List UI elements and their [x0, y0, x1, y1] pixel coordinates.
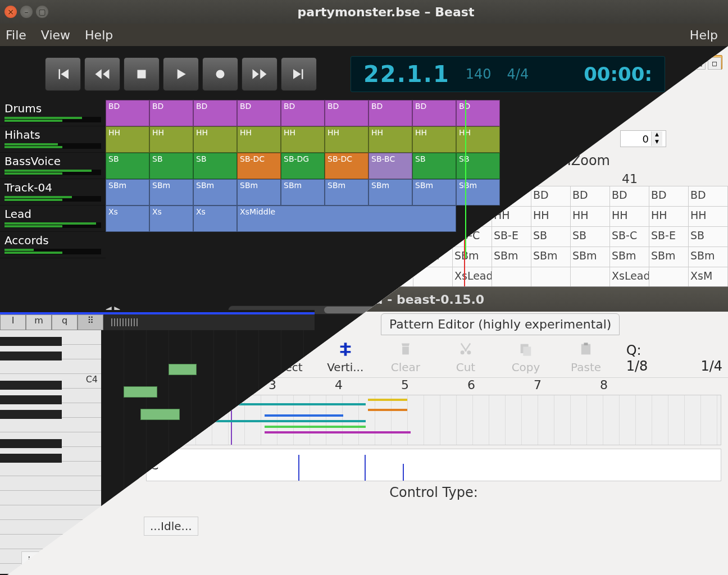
clip[interactable]: SBm	[325, 179, 368, 206]
clip[interactable]: BD	[106, 100, 149, 126]
rewind-button[interactable]	[84, 57, 120, 91]
clip[interactable]: Xs	[106, 206, 149, 232]
light-clip-cell[interactable]: XsLead2	[453, 267, 492, 287]
light-clip-cell[interactable]: SBm	[492, 247, 531, 267]
skip-end-button[interactable]	[281, 57, 317, 91]
light-clip-cell[interactable]: SB	[531, 227, 571, 247]
chord-note[interactable]	[368, 399, 407, 401]
clip[interactable]: HH	[325, 126, 368, 153]
clip[interactable]: SB	[193, 153, 237, 179]
window-maximize-button[interactable]: ▢	[36, 6, 48, 18]
track-label[interactable]: BassVoice	[0, 153, 106, 179]
clip[interactable]: SB-DG	[281, 153, 325, 179]
light-clip-cell[interactable]: BD	[649, 186, 689, 206]
clip[interactable]: SB-DC	[237, 153, 281, 179]
light-clip-cell[interactable]: SBm	[689, 247, 728, 267]
tool-vert[interactable]: Verti...	[325, 340, 365, 374]
clip[interactable]: BD	[281, 100, 325, 126]
light-clip-cell[interactable]: BD	[531, 186, 571, 206]
clip[interactable]: SBm	[281, 179, 325, 206]
clip[interactable]: SB-DC	[325, 153, 368, 179]
midi-note[interactable]	[169, 364, 197, 375]
clip[interactable]: SB	[456, 153, 500, 179]
light-clip-cell[interactable]	[531, 267, 571, 287]
clip[interactable]: HH	[193, 126, 237, 153]
track-label[interactable]: Lead	[0, 206, 106, 232]
clip[interactable]: BD	[456, 100, 500, 126]
clip[interactable]: XsMiddle	[237, 206, 456, 232]
light-clip-cell[interactable]: SBm	[453, 247, 492, 267]
light-clip-cell[interactable]	[492, 267, 531, 287]
menu-file[interactable]: File	[6, 28, 26, 42]
control-event[interactable]	[298, 455, 299, 481]
clip[interactable]: BD	[193, 100, 237, 126]
light-clip-cell[interactable]: HH	[571, 207, 610, 226]
clip[interactable]: BD	[149, 100, 193, 126]
control-event[interactable]	[365, 455, 366, 481]
clip[interactable]: Xs	[149, 206, 193, 232]
clip[interactable]: HH	[368, 126, 412, 153]
light-clip-cell[interactable]: SB	[689, 227, 728, 247]
clip[interactable]: SBm	[193, 179, 237, 206]
spin-down-icon[interactable]: ▼	[651, 139, 662, 146]
midi-note[interactable]	[140, 409, 180, 420]
track-label[interactable]: Hihats	[0, 126, 106, 153]
light-clip-cell[interactable]: SBm	[649, 247, 689, 267]
clip[interactable]: Xs	[193, 206, 237, 232]
pr-tab-q[interactable]: q	[52, 314, 78, 330]
spin-up-icon[interactable]: ▲	[651, 131, 662, 139]
chord-control-lane[interactable]: C	[146, 449, 721, 481]
clip[interactable]: SBm	[149, 179, 193, 206]
light-clip-cell[interactable]: SB-E	[492, 227, 531, 247]
light-clip-cell[interactable]: HH	[531, 207, 571, 226]
chord-note[interactable]	[265, 414, 343, 417]
clip[interactable]: SB	[412, 153, 456, 179]
fast-forward-button[interactable]	[242, 57, 277, 91]
menu-help[interactable]: Help	[85, 28, 113, 42]
light-clip-cell[interactable]: SB-E	[649, 227, 689, 247]
clip[interactable]: HH	[237, 126, 281, 153]
light-clip-cell[interactable]: XsM	[689, 267, 728, 287]
clip[interactable]: SB-BC	[368, 153, 412, 179]
clip[interactable]: BD	[368, 100, 412, 126]
skip-start-button[interactable]	[45, 57, 81, 91]
record-button[interactable]	[202, 57, 238, 91]
light-clip-cell[interactable]	[649, 267, 689, 287]
chord-note[interactable]	[368, 409, 407, 411]
track-label[interactable]: Accords	[0, 232, 106, 258]
quantize-label[interactable]: Q: 1/8	[626, 343, 664, 374]
chord-note[interactable]	[265, 431, 411, 433]
light-clip-cell[interactable]: SB-C	[610, 227, 649, 247]
clip[interactable]: HH	[412, 126, 456, 153]
window-close-button[interactable]: ×	[4, 6, 17, 18]
clip[interactable]: SBm	[368, 179, 412, 206]
clip[interactable]: HH	[456, 126, 500, 153]
stop-button[interactable]	[124, 57, 160, 91]
light-clip-cell[interactable]: HH	[610, 207, 649, 226]
clip[interactable]: SBm	[237, 179, 281, 206]
control-event[interactable]	[403, 464, 404, 481]
quantize2-label[interactable]: 1/4	[700, 358, 722, 374]
light-clip-cell[interactable]: SBm	[531, 247, 571, 267]
play-button[interactable]	[163, 57, 199, 91]
pr-tab-m[interactable]: m	[26, 314, 52, 330]
clip[interactable]: HH	[281, 126, 325, 153]
window-minimize-button[interactable]: –	[20, 6, 33, 18]
pattern-editor-tab[interactable]: Pattern Editor (highly experimental)	[381, 313, 620, 335]
hzoom-spinner[interactable]: ▲▼	[620, 130, 666, 147]
clip[interactable]: SBm	[412, 179, 456, 206]
light-clip-cell[interactable]: BD	[689, 186, 728, 206]
track-label[interactable]: Drums	[0, 100, 106, 126]
menu-help-right[interactable]: Help	[690, 28, 718, 42]
clip[interactable]: SB	[106, 153, 149, 179]
light-clip-cell[interactable]: HH	[689, 207, 728, 226]
clip[interactable]: SBm	[106, 179, 149, 206]
light-clip-cell[interactable]: SBm	[610, 247, 649, 267]
clip[interactable]: SB	[149, 153, 193, 179]
chord-note[interactable]	[265, 426, 366, 428]
clip[interactable]: BD	[412, 100, 456, 126]
clip[interactable]: HH	[106, 126, 149, 153]
light-clip-cell[interactable]: HH	[649, 207, 689, 226]
light-clip-cell[interactable]: SBm	[571, 247, 610, 267]
pr-tab-grid-icon[interactable]: ⠿	[78, 314, 103, 330]
